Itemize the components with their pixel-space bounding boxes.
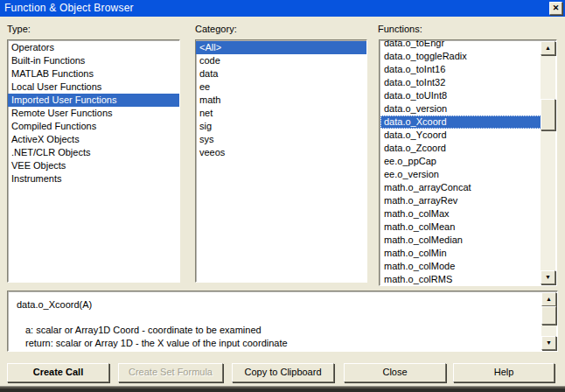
- scroll-up-button[interactable]: ▲: [541, 292, 556, 306]
- type-label: Type:: [7, 24, 31, 34]
- list-item[interactable]: math.o_arrayRev: [380, 194, 557, 207]
- scroll-down-button[interactable]: ▼: [541, 336, 556, 350]
- list-item[interactable]: ActiveX Objects: [8, 133, 179, 146]
- window-bottom-edge: [0, 386, 565, 392]
- function-object-browser-dialog: Function & Object Browser ✕ Type: Catego…: [0, 0, 565, 392]
- list-item[interactable]: Instruments: [8, 172, 179, 186]
- param-description: a: scalar or Array1D Coord - coordinate …: [25, 325, 262, 335]
- category-label: Category:: [195, 24, 237, 34]
- return-description: return: scalar or Array 1D - the X value…: [25, 338, 288, 348]
- functions-listbox: data.o_toEngr data.o_toggleRadix data.o_…: [379, 39, 557, 286]
- window-title: Function & Object Browser: [4, 2, 134, 14]
- help-button[interactable]: Help: [453, 363, 555, 382]
- list-item[interactable]: math: [196, 94, 366, 107]
- scroll-up-button[interactable]: ▲: [541, 41, 555, 55]
- titlebar: Function & Object Browser ✕: [0, 0, 565, 17]
- list-item-selected[interactable]: data.o_Xcoord: [380, 116, 557, 129]
- list-item[interactable]: data.o_toEngr: [380, 39, 557, 50]
- list-item[interactable]: data.o_toInt16: [380, 63, 557, 76]
- functions-label: Functions:: [378, 24, 422, 34]
- functions-scrollbar[interactable]: ▲ ▼: [541, 41, 555, 284]
- description-scrollbar[interactable]: ▲ ▼: [541, 292, 556, 350]
- scroll-down-button[interactable]: ▼: [541, 270, 555, 284]
- list-item[interactable]: math.o_colMean: [380, 220, 557, 234]
- list-item[interactable]: sys: [196, 133, 366, 146]
- list-item[interactable]: sig: [196, 120, 366, 133]
- function-signature: data.o_Xcoord(A): [17, 299, 92, 310]
- list-item[interactable]: code: [196, 54, 366, 67]
- list-item[interactable]: .NET/CLR Objects: [8, 146, 179, 159]
- list-item[interactable]: math.o_colMedian: [380, 234, 557, 247]
- list-item[interactable]: ee.o_version: [380, 168, 557, 181]
- list-item[interactable]: math.o_colMax: [380, 207, 557, 220]
- list-item[interactable]: data.o_Ycoord: [380, 129, 557, 142]
- scroll-up-icon: ▲: [546, 296, 552, 302]
- list-item[interactable]: data.o_toUInt8: [380, 89, 557, 102]
- list-item[interactable]: math.o_colMode: [380, 260, 557, 273]
- scroll-up-icon: ▲: [545, 45, 551, 51]
- list-item[interactable]: net: [196, 107, 366, 120]
- list-item[interactable]: veeos: [196, 146, 366, 159]
- scroll-thumb[interactable]: [541, 306, 556, 325]
- list-item[interactable]: Built-in Functions: [8, 54, 179, 67]
- list-item[interactable]: data.o_Zcoord: [380, 142, 557, 155]
- close-dialog-button[interactable]: Close: [344, 363, 446, 382]
- list-item[interactable]: data: [196, 67, 366, 80]
- description-panel: data.o_Xcoord(A) a: scalar or Array1D Co…: [7, 290, 558, 352]
- scroll-down-icon: ▼: [546, 340, 552, 346]
- list-item-selected[interactable]: <All>: [196, 41, 366, 54]
- category-listbox: <All> code data ee math net sig sys veeo…: [195, 39, 367, 283]
- list-item[interactable]: data.o_version: [380, 102, 557, 116]
- list-item[interactable]: Local User Functions: [8, 80, 179, 94]
- list-item[interactable]: VEE Objects: [8, 159, 179, 172]
- close-button[interactable]: ✕: [549, 2, 562, 15]
- list-item[interactable]: Operators: [8, 41, 179, 54]
- list-item[interactable]: MATLAB Functions: [8, 67, 179, 80]
- list-item[interactable]: math.o_colRMS: [380, 273, 557, 286]
- list-item[interactable]: data.o_toggleRadix: [380, 50, 557, 63]
- close-icon: ✕: [553, 4, 560, 12]
- list-item[interactable]: ee.o_ppCap: [380, 155, 557, 168]
- list-item[interactable]: math.o_colMin: [380, 247, 557, 260]
- list-item[interactable]: Remote User Functions: [8, 107, 179, 120]
- scroll-thumb[interactable]: [541, 99, 555, 130]
- list-item[interactable]: Compiled Functions: [8, 120, 179, 133]
- list-item[interactable]: math.o_arrayConcat: [380, 181, 557, 194]
- create-set-formula-button: Create Set Formula: [118, 363, 223, 382]
- list-item[interactable]: data.o_toInt32: [380, 76, 557, 89]
- list-item-selected[interactable]: Imported User Functions: [8, 94, 179, 107]
- type-listbox: Operators Built-in Functions MATLAB Func…: [7, 39, 180, 283]
- scroll-down-icon: ▼: [545, 274, 551, 280]
- list-item[interactable]: ee: [196, 80, 366, 94]
- create-call-button[interactable]: Create Call: [7, 363, 109, 382]
- copy-to-clipboard-button[interactable]: Copy to Clipboard: [232, 363, 334, 382]
